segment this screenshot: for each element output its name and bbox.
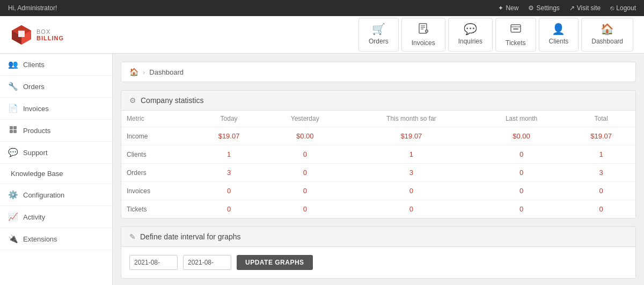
cell-total: $19.07 xyxy=(567,127,635,145)
cell-yesterday: $0.00 xyxy=(263,127,347,145)
logo-area: BOX BILLING xyxy=(11,24,64,46)
main-content: 🏠 › Dashboard ⚙ Company statistics Metri… xyxy=(113,54,644,285)
new-link[interactable]: ✦ New xyxy=(498,4,518,12)
main-layout: 👥 Clients 🔧 Orders 📄 Invoices Products 💬… xyxy=(0,54,644,285)
cell-today: 0 xyxy=(195,182,264,200)
table-row: Income$19.07$0.00$19.07$0.00$19.07 xyxy=(121,127,635,145)
tab-inquiries[interactable]: 💬 Inquiries xyxy=(448,18,493,52)
company-stats-title: Company statistics xyxy=(141,96,203,105)
cell-metric: Orders xyxy=(121,164,195,182)
cell-last_month: 0 xyxy=(476,182,567,200)
sidebar-item-configuration[interactable]: ⚙️ Configuration xyxy=(0,184,112,206)
date-interval-body: UPDATE GRAPHS xyxy=(121,247,635,278)
cell-last_month: 0 xyxy=(476,164,567,182)
invoices-sidebar-icon: 📄 xyxy=(8,104,18,113)
cell-total: 0 xyxy=(567,182,635,200)
clients-icon: 👤 xyxy=(552,23,565,35)
settings-link[interactable]: ⚙ Settings xyxy=(528,4,559,12)
date-to-input[interactable] xyxy=(183,255,231,270)
cell-metric: Tickets xyxy=(121,200,195,218)
topbar-greeting: Hi, Administrator! xyxy=(8,4,57,12)
stats-icon: ⚙ xyxy=(129,96,136,105)
nav-tabs: 🛒 Orders Invoices 💬 Inquiries Tickets 👤 … xyxy=(358,18,633,52)
cell-this_month: 3 xyxy=(347,164,476,182)
sidebar-item-extensions[interactable]: 🔌 Extensions xyxy=(0,228,112,250)
date-interval-header: ✎ Define date interval for graphs xyxy=(121,227,635,247)
sidebar: 👥 Clients 🔧 Orders 📄 Invoices Products 💬… xyxy=(0,54,113,285)
sidebar-item-orders[interactable]: 🔧 Orders xyxy=(0,76,112,98)
cell-this_month: 0 xyxy=(347,200,476,218)
cell-metric: Income xyxy=(121,127,195,145)
tab-dashboard[interactable]: 🏠 Dashboard xyxy=(581,18,633,52)
support-sidebar-icon: 💬 xyxy=(8,148,18,157)
svg-rect-14 xyxy=(513,28,518,30)
stats-table: Metric Today Yesterday This month so far… xyxy=(121,111,635,218)
orders-sidebar-icon: 🔧 xyxy=(8,82,18,91)
sidebar-item-products[interactable]: Products xyxy=(0,120,112,142)
cell-last_month: $0.00 xyxy=(476,127,567,145)
date-from-input[interactable] xyxy=(129,255,178,270)
cell-yesterday: 0 xyxy=(263,145,347,164)
col-this-month: This month so far xyxy=(347,111,476,127)
calendar-icon: ✎ xyxy=(129,232,136,241)
tab-invoices[interactable]: Invoices xyxy=(401,18,445,52)
tab-clients[interactable]: 👤 Clients xyxy=(539,18,579,52)
date-interval-title: Define date interval for graphs xyxy=(140,232,241,241)
invoices-icon xyxy=(418,23,429,37)
home-icon[interactable]: 🏠 xyxy=(129,68,138,76)
logo-icon xyxy=(11,24,32,46)
visit-site-link[interactable]: ↗ Visit site xyxy=(569,4,601,12)
sidebar-item-knowledge-base[interactable]: Knowledge Base xyxy=(0,164,112,184)
cell-last_month: 0 xyxy=(476,200,567,218)
external-link-icon: ↗ xyxy=(569,4,575,12)
header: BOX BILLING 🛒 Orders Invoices 💬 Inquirie… xyxy=(0,16,644,54)
cell-metric: Clients xyxy=(121,145,195,164)
topbar: Hi, Administrator! ✦ New ⚙ Settings ↗ Vi… xyxy=(0,0,644,16)
cell-today: 3 xyxy=(195,164,264,182)
sidebar-item-clients[interactable]: 👥 Clients xyxy=(0,54,112,76)
tab-tickets[interactable]: Tickets xyxy=(495,18,536,52)
cell-this_month: $19.07 xyxy=(347,127,476,145)
cell-today: 0 xyxy=(195,200,264,218)
extensions-sidebar-icon: 🔌 xyxy=(8,234,18,244)
cell-total: 3 xyxy=(567,164,635,182)
orders-icon: 🛒 xyxy=(372,23,385,35)
cell-this_month: 1 xyxy=(347,145,476,164)
table-row: Tickets00000 xyxy=(121,200,635,218)
tickets-icon xyxy=(510,23,522,37)
sidebar-item-support[interactable]: 💬 Support xyxy=(0,142,112,164)
sidebar-item-invoices[interactable]: 📄 Invoices xyxy=(0,98,112,120)
svg-rect-18 xyxy=(13,130,17,133)
table-row: Invoices00000 xyxy=(121,182,635,200)
date-interval-card: ✎ Define date interval for graphs UPDATE… xyxy=(121,226,636,279)
cell-yesterday: 0 xyxy=(263,200,347,218)
breadcrumb-separator: › xyxy=(143,68,145,76)
logo-text: BOX BILLING xyxy=(36,28,64,41)
cell-total: 1 xyxy=(567,145,635,164)
company-stats-header: ⚙ Company statistics xyxy=(121,91,635,111)
table-row: Orders30303 xyxy=(121,164,635,182)
tab-orders[interactable]: 🛒 Orders xyxy=(358,18,399,52)
company-stats-card: ⚙ Company statistics Metric Today Yester… xyxy=(121,90,636,218)
col-last-month: Last month xyxy=(476,111,567,127)
svg-rect-15 xyxy=(10,126,13,129)
inquiries-icon: 💬 xyxy=(464,23,477,35)
col-today: Today xyxy=(195,111,264,127)
col-yesterday: Yesterday xyxy=(263,111,347,127)
update-graphs-button[interactable]: UPDATE GRAPHS xyxy=(237,255,313,270)
breadcrumb: 🏠 › Dashboard xyxy=(121,62,636,82)
sidebar-item-activity[interactable]: 📈 Activity xyxy=(0,206,112,228)
dashboard-icon: 🏠 xyxy=(601,23,614,35)
settings-icon: ⚙ xyxy=(528,4,534,12)
cell-total: 0 xyxy=(567,200,635,218)
clients-sidebar-icon: 👥 xyxy=(8,60,18,69)
logout-icon: ⎋ xyxy=(610,4,614,12)
logout-link[interactable]: ⎋ Logout xyxy=(610,4,636,12)
cell-today: $19.07 xyxy=(195,127,264,145)
cell-this_month: 0 xyxy=(347,182,476,200)
cell-last_month: 0 xyxy=(476,145,567,164)
table-row: Clients10101 xyxy=(121,145,635,164)
svg-rect-16 xyxy=(13,126,17,129)
svg-rect-17 xyxy=(10,130,13,133)
configuration-sidebar-icon: ⚙️ xyxy=(8,190,18,200)
